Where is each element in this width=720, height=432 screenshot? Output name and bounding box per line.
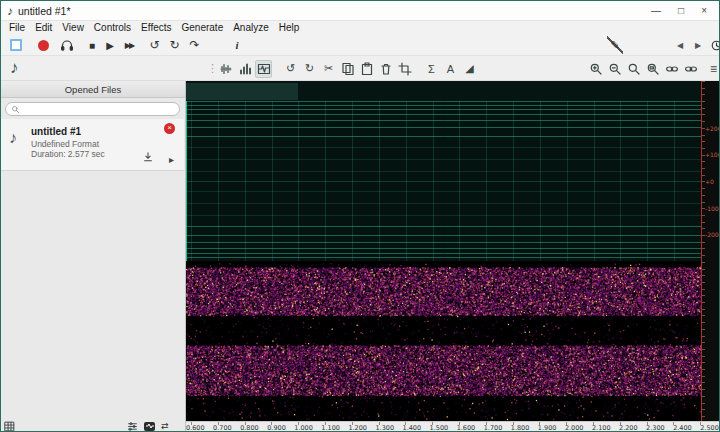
link-views-button[interactable]: [683, 60, 700, 78]
link-time-button[interactable]: [664, 60, 681, 78]
paste-icon: [360, 62, 374, 76]
menu-generate[interactable]: Generate: [182, 22, 224, 33]
repeat-button[interactable]: ↻: [167, 34, 182, 56]
file-close-button[interactable]: ×: [164, 123, 175, 134]
sidebar-statusbar: ⇄: [4, 420, 181, 432]
edit-disabled-button[interactable]: ✎: [607, 34, 623, 56]
time-ruler[interactable]: 0.600 0.700 0.800 0.900 1.000 1.100 1.20…: [186, 421, 720, 432]
fade-button[interactable]: ◢: [461, 60, 478, 78]
search-box[interactable]: [5, 102, 180, 116]
copy-button[interactable]: [339, 60, 356, 78]
link-icon: [665, 62, 679, 76]
loop-button[interactable]: ↺: [147, 34, 162, 56]
info-button[interactable]: i: [231, 34, 243, 56]
record-button[interactable]: [35, 34, 51, 56]
zoom-selection-icon: [646, 62, 660, 76]
sidebar: Opened Files ♪ untitled #1 Undefined For…: [1, 81, 186, 432]
file-play-button[interactable]: ▸: [169, 154, 174, 165]
file-save-button[interactable]: [142, 151, 154, 163]
normalize-button[interactable]: Σ: [423, 60, 440, 78]
toolbar-drag-handle[interactable]: ⋮: [207, 62, 215, 75]
close-button[interactable]: ×: [701, 6, 707, 16]
menu-effects[interactable]: Effects: [141, 22, 171, 33]
paste-button[interactable]: [358, 60, 375, 78]
time-label: 2.000: [565, 424, 584, 432]
history-forward-button[interactable]: ▶: [691, 34, 705, 56]
selection-tool-icon: [10, 39, 22, 51]
ruler-label: +2000: [705, 125, 720, 132]
grid-view-icon[interactable]: [4, 421, 15, 432]
delete-button[interactable]: [377, 60, 394, 78]
waveform-add-button[interactable]: [217, 60, 234, 78]
menu-analyze[interactable]: Analyze: [233, 22, 269, 33]
amplitude-ruler[interactable]: +2000 +1000 +0 -1000 -2000: [701, 81, 720, 421]
monitor-button[interactable]: [58, 34, 76, 56]
zoom-out-button[interactable]: [607, 60, 624, 78]
search-input[interactable]: [23, 104, 174, 114]
menu-edit[interactable]: Edit: [35, 22, 52, 33]
history-back-button[interactable]: ◀: [673, 34, 687, 56]
redo-button[interactable]: ↻: [301, 60, 318, 78]
zoom-full-icon: [627, 62, 641, 76]
play-icon: ▶: [106, 40, 114, 51]
amplitude-button[interactable]: A: [442, 60, 459, 78]
jump-icon: ↷: [189, 38, 199, 52]
audio-display-canvas[interactable]: [186, 81, 701, 421]
undo-button[interactable]: ↺: [282, 60, 299, 78]
menu-controls[interactable]: Controls: [94, 22, 131, 33]
stop-icon: ■: [89, 40, 95, 51]
time-label: 0.600: [186, 424, 205, 432]
arrow-left-icon: ◀: [677, 41, 683, 50]
mini-view-icon[interactable]: [144, 422, 155, 431]
menu-help[interactable]: Help: [279, 22, 300, 33]
time-label: 1.100: [321, 424, 340, 432]
crop-button[interactable]: [396, 60, 413, 78]
zoom-full-button[interactable]: [626, 60, 643, 78]
opened-file-item[interactable]: ♪ untitled #1 Undefined Format Duration:…: [1, 119, 184, 171]
level-meter-button[interactable]: [236, 60, 253, 78]
download-icon: [142, 151, 154, 163]
menu-view[interactable]: View: [62, 22, 84, 33]
play-button[interactable]: ▶: [103, 34, 117, 56]
menu-file[interactable]: File: [9, 22, 25, 33]
sidebar-app-icon: ♪: [10, 58, 19, 78]
file-note-icon: ♪: [9, 129, 17, 147]
window-title: untitled #1*: [18, 5, 71, 17]
zoom-selection-button[interactable]: [645, 60, 662, 78]
panel-menu-button[interactable]: ≡: [710, 62, 717, 76]
opened-files-title: Opened Files: [65, 84, 122, 95]
zoom-in-button[interactable]: [588, 60, 605, 78]
cut-button[interactable]: ✂: [320, 60, 337, 78]
waveform-add-icon: [219, 62, 233, 76]
spectral-view-button[interactable]: [255, 60, 272, 78]
headphones-icon: [60, 38, 74, 52]
menubar: File Edit View Controls Effects Generate…: [1, 21, 719, 34]
level-meter-icon: [238, 62, 252, 76]
time-label: 2.100: [592, 424, 611, 432]
time-label: 2.400: [673, 424, 692, 432]
swap-panels-icon[interactable]: ⇄: [161, 421, 169, 431]
file-name: untitled #1: [31, 126, 81, 137]
fast-forward-button[interactable]: ▶▶: [120, 34, 138, 56]
scissors-icon: ✂: [324, 62, 333, 75]
zoom-in-icon: [589, 62, 603, 76]
crop-icon: [398, 62, 412, 76]
equalizer-icon[interactable]: [127, 421, 138, 432]
app-window: ♪ untitled #1* — □ × File Edit View Cont…: [0, 0, 720, 432]
maximize-button[interactable]: □: [678, 6, 684, 16]
time-label: 1.800: [511, 424, 530, 432]
clock-icon: [710, 39, 720, 52]
edit-toolbar-left: ⋮ ↺ ↻ ✂: [207, 56, 478, 81]
titlebar: ♪ untitled #1* — □ ×: [1, 1, 719, 21]
time-label: 1.600: [457, 424, 476, 432]
stop-button[interactable]: ■: [85, 34, 99, 56]
info-icon: i: [235, 39, 238, 51]
minimize-button[interactable]: —: [651, 6, 661, 16]
jump-button[interactable]: ↷: [187, 34, 202, 56]
spectral-view-icon: [257, 62, 271, 76]
selection-tool-button[interactable]: [8, 34, 24, 56]
time-label: 0.800: [240, 424, 259, 432]
history-button[interactable]: [709, 34, 720, 56]
time-label: 0.900: [267, 424, 286, 432]
file-format: Undefined Format: [31, 139, 99, 149]
